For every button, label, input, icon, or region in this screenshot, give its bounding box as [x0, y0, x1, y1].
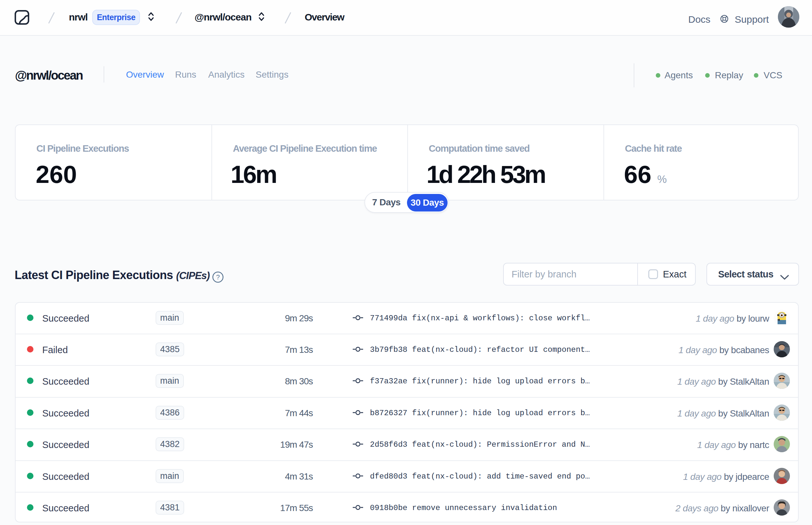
svg-text:?: ?: [216, 273, 219, 281]
